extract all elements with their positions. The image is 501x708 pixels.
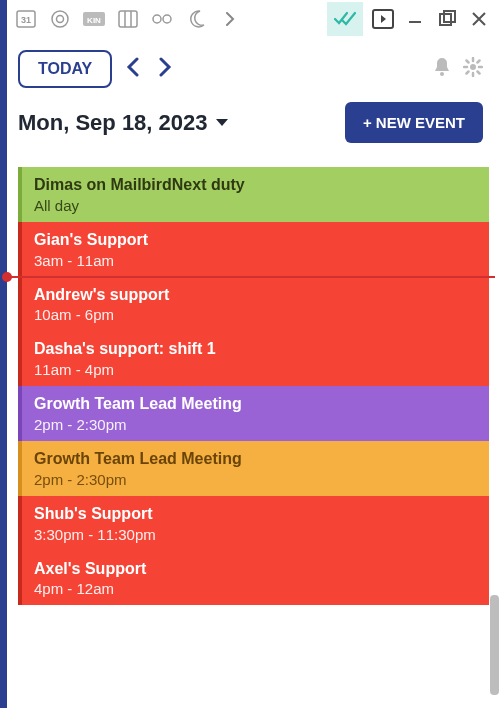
event-item[interactable]: Andrew's support10am - 6pm: [18, 277, 489, 332]
event-title: Growth Team Lead Meeting: [34, 394, 477, 415]
event-item[interactable]: Dimas on MailbirdNext dutyAll day: [18, 167, 489, 222]
double-check-icon[interactable]: [327, 2, 363, 36]
svg-rect-13: [440, 14, 451, 25]
event-item[interactable]: Gian's Support3am - 11am: [18, 222, 489, 277]
svg-point-16: [470, 64, 476, 70]
scrollbar-thumb[interactable]: [490, 595, 499, 695]
calendar-31-icon[interactable]: 31: [14, 7, 38, 31]
svg-point-15: [440, 72, 444, 76]
header-row: TODAY: [0, 38, 501, 92]
event-title: Andrew's support: [34, 285, 477, 306]
svg-rect-14: [444, 11, 455, 22]
event-time: 3:30pm - 11:30pm: [34, 526, 477, 543]
svg-point-9: [153, 15, 161, 23]
header-right-icons: [433, 57, 483, 81]
svg-point-2: [52, 11, 68, 27]
close-icon[interactable]: [467, 7, 491, 31]
event-time: 2pm - 2:30pm: [34, 416, 477, 433]
event-item[interactable]: Growth Team Lead Meeting2pm - 2:30pm: [18, 386, 489, 441]
event-title: Growth Team Lead Meeting: [34, 449, 477, 470]
today-button[interactable]: TODAY: [18, 50, 112, 88]
event-item[interactable]: Axel's Support4pm - 12am: [18, 551, 489, 606]
svg-point-3: [57, 16, 64, 23]
event-item[interactable]: Growth Team Lead Meeting2pm - 2:30pm: [18, 441, 489, 496]
event-title: Dasha's support: shift 1: [34, 339, 477, 360]
sidebar-toggle-icon[interactable]: [371, 7, 395, 31]
next-day-button[interactable]: [158, 57, 172, 81]
event-time: 3am - 11am: [34, 252, 477, 269]
date-picker[interactable]: Mon, Sep 18, 2023: [18, 110, 228, 136]
bell-icon[interactable]: [433, 57, 451, 81]
top-icons-right: [327, 2, 491, 36]
event-item[interactable]: Shub's Support3:30pm - 11:30pm: [18, 496, 489, 551]
date-row: Mon, Sep 18, 2023 + NEW EVENT: [0, 92, 501, 143]
event-time: 4pm - 12am: [34, 580, 477, 597]
new-event-button[interactable]: + NEW EVENT: [345, 102, 483, 143]
chrome-icon[interactable]: [48, 7, 72, 31]
event-title: Axel's Support: [34, 559, 477, 580]
event-title: Dimas on MailbirdNext duty: [34, 175, 477, 196]
svg-text:KIN: KIN: [87, 16, 101, 25]
event-time: 10am - 6pm: [34, 306, 477, 323]
svg-point-10: [163, 15, 171, 23]
kin-icon[interactable]: KIN: [82, 7, 106, 31]
event-time: All day: [34, 197, 477, 214]
minimize-icon[interactable]: [403, 7, 427, 31]
top-icons-left: 31 KIN: [14, 7, 242, 31]
svg-rect-6: [119, 11, 137, 27]
event-item[interactable]: Dasha's support: shift 111am - 4pm: [18, 331, 489, 386]
caret-down-icon: [216, 119, 228, 126]
date-nav-arrows: [126, 57, 172, 81]
event-time: 2pm - 2:30pm: [34, 471, 477, 488]
events-list: Dimas on MailbirdNext dutyAll dayGian's …: [0, 143, 501, 605]
top-bar: 31 KIN: [0, 0, 501, 38]
link-icon[interactable]: [150, 7, 174, 31]
svg-text:31: 31: [21, 15, 31, 25]
board-icon[interactable]: [116, 7, 140, 31]
moon-icon[interactable]: [184, 7, 208, 31]
maximize-icon[interactable]: [435, 7, 459, 31]
current-date-label: Mon, Sep 18, 2023: [18, 110, 208, 136]
event-time: 11am - 4pm: [34, 361, 477, 378]
prev-day-button[interactable]: [126, 57, 140, 81]
chevron-right-icon[interactable]: [218, 7, 242, 31]
event-title: Gian's Support: [34, 230, 477, 251]
gear-icon[interactable]: [463, 57, 483, 81]
event-title: Shub's Support: [34, 504, 477, 525]
